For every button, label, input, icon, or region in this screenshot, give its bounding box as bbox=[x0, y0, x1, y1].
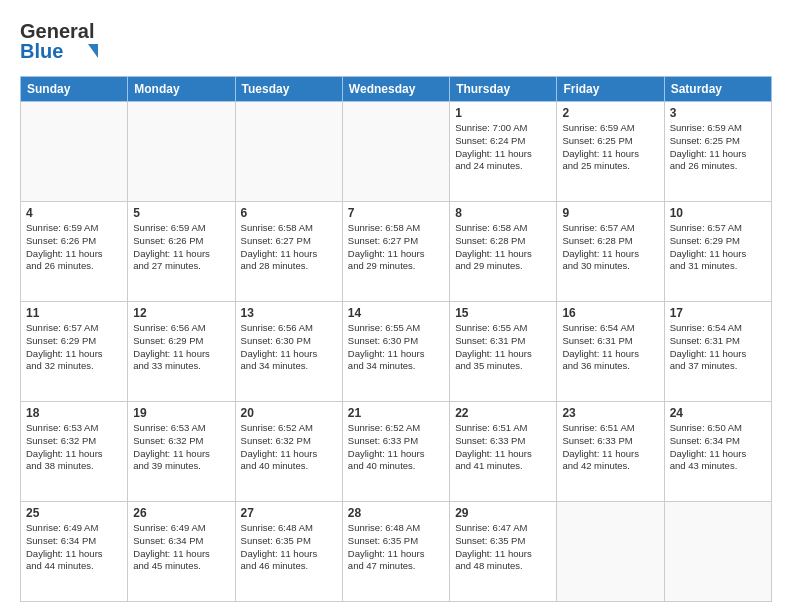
day-cell: 9Sunrise: 6:57 AM Sunset: 6:28 PM Daylig… bbox=[557, 202, 664, 302]
day-cell: 2Sunrise: 6:59 AM Sunset: 6:25 PM Daylig… bbox=[557, 102, 664, 202]
day-cell: 13Sunrise: 6:56 AM Sunset: 6:30 PM Dayli… bbox=[235, 302, 342, 402]
day-cell: 14Sunrise: 6:55 AM Sunset: 6:30 PM Dayli… bbox=[342, 302, 449, 402]
day-number: 20 bbox=[241, 406, 337, 420]
day-cell: 5Sunrise: 6:59 AM Sunset: 6:26 PM Daylig… bbox=[128, 202, 235, 302]
day-number: 29 bbox=[455, 506, 551, 520]
day-cell: 20Sunrise: 6:52 AM Sunset: 6:32 PM Dayli… bbox=[235, 402, 342, 502]
day-info: Sunrise: 6:56 AM Sunset: 6:29 PM Dayligh… bbox=[133, 322, 229, 373]
day-cell: 15Sunrise: 6:55 AM Sunset: 6:31 PM Dayli… bbox=[450, 302, 557, 402]
day-info: Sunrise: 6:59 AM Sunset: 6:26 PM Dayligh… bbox=[26, 222, 122, 273]
day-info: Sunrise: 6:48 AM Sunset: 6:35 PM Dayligh… bbox=[348, 522, 444, 573]
day-number: 12 bbox=[133, 306, 229, 320]
day-cell: 16Sunrise: 6:54 AM Sunset: 6:31 PM Dayli… bbox=[557, 302, 664, 402]
header: General Blue bbox=[20, 16, 772, 68]
day-cell: 26Sunrise: 6:49 AM Sunset: 6:34 PM Dayli… bbox=[128, 502, 235, 602]
day-cell: 12Sunrise: 6:56 AM Sunset: 6:29 PM Dayli… bbox=[128, 302, 235, 402]
week-row-5: 25Sunrise: 6:49 AM Sunset: 6:34 PM Dayli… bbox=[21, 502, 772, 602]
weekday-header-wednesday: Wednesday bbox=[342, 77, 449, 102]
day-number: 15 bbox=[455, 306, 551, 320]
weekday-header-saturday: Saturday bbox=[664, 77, 771, 102]
day-info: Sunrise: 6:49 AM Sunset: 6:34 PM Dayligh… bbox=[133, 522, 229, 573]
svg-text:General: General bbox=[20, 20, 94, 42]
day-number: 2 bbox=[562, 106, 658, 120]
day-cell bbox=[235, 102, 342, 202]
day-number: 19 bbox=[133, 406, 229, 420]
day-number: 7 bbox=[348, 206, 444, 220]
day-info: Sunrise: 6:58 AM Sunset: 6:27 PM Dayligh… bbox=[348, 222, 444, 273]
day-number: 16 bbox=[562, 306, 658, 320]
day-cell bbox=[342, 102, 449, 202]
day-info: Sunrise: 6:55 AM Sunset: 6:31 PM Dayligh… bbox=[455, 322, 551, 373]
day-number: 17 bbox=[670, 306, 766, 320]
day-number: 11 bbox=[26, 306, 122, 320]
day-cell bbox=[557, 502, 664, 602]
day-cell: 4Sunrise: 6:59 AM Sunset: 6:26 PM Daylig… bbox=[21, 202, 128, 302]
weekday-header-friday: Friday bbox=[557, 77, 664, 102]
day-number: 5 bbox=[133, 206, 229, 220]
day-cell bbox=[664, 502, 771, 602]
day-info: Sunrise: 6:58 AM Sunset: 6:27 PM Dayligh… bbox=[241, 222, 337, 273]
day-number: 4 bbox=[26, 206, 122, 220]
day-number: 14 bbox=[348, 306, 444, 320]
day-cell: 22Sunrise: 6:51 AM Sunset: 6:33 PM Dayli… bbox=[450, 402, 557, 502]
day-info: Sunrise: 6:50 AM Sunset: 6:34 PM Dayligh… bbox=[670, 422, 766, 473]
day-info: Sunrise: 6:47 AM Sunset: 6:35 PM Dayligh… bbox=[455, 522, 551, 573]
day-number: 6 bbox=[241, 206, 337, 220]
day-number: 10 bbox=[670, 206, 766, 220]
day-info: Sunrise: 6:57 AM Sunset: 6:29 PM Dayligh… bbox=[26, 322, 122, 373]
day-cell: 27Sunrise: 6:48 AM Sunset: 6:35 PM Dayli… bbox=[235, 502, 342, 602]
day-cell: 28Sunrise: 6:48 AM Sunset: 6:35 PM Dayli… bbox=[342, 502, 449, 602]
week-row-3: 11Sunrise: 6:57 AM Sunset: 6:29 PM Dayli… bbox=[21, 302, 772, 402]
day-number: 27 bbox=[241, 506, 337, 520]
day-number: 22 bbox=[455, 406, 551, 420]
day-info: Sunrise: 6:54 AM Sunset: 6:31 PM Dayligh… bbox=[670, 322, 766, 373]
day-info: Sunrise: 6:52 AM Sunset: 6:32 PM Dayligh… bbox=[241, 422, 337, 473]
day-cell: 23Sunrise: 6:51 AM Sunset: 6:33 PM Dayli… bbox=[557, 402, 664, 502]
day-number: 9 bbox=[562, 206, 658, 220]
day-info: Sunrise: 6:53 AM Sunset: 6:32 PM Dayligh… bbox=[26, 422, 122, 473]
weekday-header-monday: Monday bbox=[128, 77, 235, 102]
calendar-table: SundayMondayTuesdayWednesdayThursdayFrid… bbox=[20, 76, 772, 602]
day-info: Sunrise: 6:59 AM Sunset: 6:25 PM Dayligh… bbox=[562, 122, 658, 173]
day-cell: 21Sunrise: 6:52 AM Sunset: 6:33 PM Dayli… bbox=[342, 402, 449, 502]
svg-marker-2 bbox=[88, 44, 98, 58]
calendar-body: 1Sunrise: 7:00 AM Sunset: 6:24 PM Daylig… bbox=[21, 102, 772, 602]
weekday-header-sunday: Sunday bbox=[21, 77, 128, 102]
calendar-header: SundayMondayTuesdayWednesdayThursdayFrid… bbox=[21, 77, 772, 102]
day-info: Sunrise: 6:51 AM Sunset: 6:33 PM Dayligh… bbox=[562, 422, 658, 473]
week-row-2: 4Sunrise: 6:59 AM Sunset: 6:26 PM Daylig… bbox=[21, 202, 772, 302]
day-cell: 29Sunrise: 6:47 AM Sunset: 6:35 PM Dayli… bbox=[450, 502, 557, 602]
day-number: 3 bbox=[670, 106, 766, 120]
day-info: Sunrise: 6:49 AM Sunset: 6:34 PM Dayligh… bbox=[26, 522, 122, 573]
day-cell: 7Sunrise: 6:58 AM Sunset: 6:27 PM Daylig… bbox=[342, 202, 449, 302]
day-info: Sunrise: 6:53 AM Sunset: 6:32 PM Dayligh… bbox=[133, 422, 229, 473]
day-info: Sunrise: 6:59 AM Sunset: 6:25 PM Dayligh… bbox=[670, 122, 766, 173]
day-info: Sunrise: 6:55 AM Sunset: 6:30 PM Dayligh… bbox=[348, 322, 444, 373]
logo: General Blue bbox=[20, 16, 110, 68]
day-info: Sunrise: 7:00 AM Sunset: 6:24 PM Dayligh… bbox=[455, 122, 551, 173]
day-info: Sunrise: 6:58 AM Sunset: 6:28 PM Dayligh… bbox=[455, 222, 551, 273]
day-number: 28 bbox=[348, 506, 444, 520]
day-cell bbox=[21, 102, 128, 202]
day-number: 18 bbox=[26, 406, 122, 420]
week-row-1: 1Sunrise: 7:00 AM Sunset: 6:24 PM Daylig… bbox=[21, 102, 772, 202]
day-cell: 1Sunrise: 7:00 AM Sunset: 6:24 PM Daylig… bbox=[450, 102, 557, 202]
day-info: Sunrise: 6:59 AM Sunset: 6:26 PM Dayligh… bbox=[133, 222, 229, 273]
day-number: 13 bbox=[241, 306, 337, 320]
day-number: 1 bbox=[455, 106, 551, 120]
day-number: 25 bbox=[26, 506, 122, 520]
day-cell: 3Sunrise: 6:59 AM Sunset: 6:25 PM Daylig… bbox=[664, 102, 771, 202]
weekday-header-thursday: Thursday bbox=[450, 77, 557, 102]
day-number: 26 bbox=[133, 506, 229, 520]
weekday-row: SundayMondayTuesdayWednesdayThursdayFrid… bbox=[21, 77, 772, 102]
day-number: 23 bbox=[562, 406, 658, 420]
day-cell: 10Sunrise: 6:57 AM Sunset: 6:29 PM Dayli… bbox=[664, 202, 771, 302]
day-cell: 25Sunrise: 6:49 AM Sunset: 6:34 PM Dayli… bbox=[21, 502, 128, 602]
day-cell: 6Sunrise: 6:58 AM Sunset: 6:27 PM Daylig… bbox=[235, 202, 342, 302]
day-info: Sunrise: 6:57 AM Sunset: 6:28 PM Dayligh… bbox=[562, 222, 658, 273]
day-number: 21 bbox=[348, 406, 444, 420]
svg-text:Blue: Blue bbox=[20, 40, 63, 62]
day-cell: 24Sunrise: 6:50 AM Sunset: 6:34 PM Dayli… bbox=[664, 402, 771, 502]
day-info: Sunrise: 6:52 AM Sunset: 6:33 PM Dayligh… bbox=[348, 422, 444, 473]
day-number: 8 bbox=[455, 206, 551, 220]
